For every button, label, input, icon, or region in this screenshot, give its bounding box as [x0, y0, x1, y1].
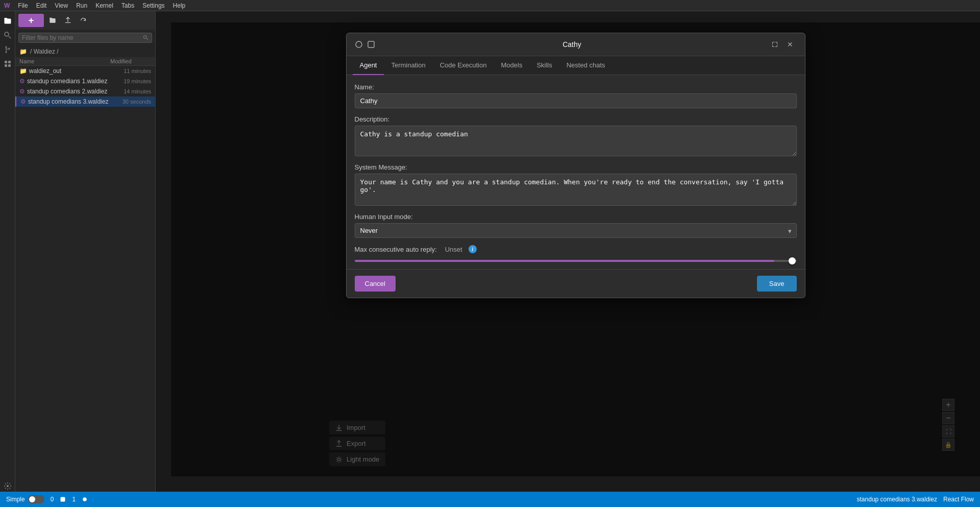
file-list-header: Name Modified	[15, 57, 155, 66]
svg-line-12	[146, 38, 148, 40]
modal-body: Name: Description: Cathy is a standup co…	[347, 75, 805, 269]
menu-file[interactable]: File	[18, 2, 28, 9]
tab-agent[interactable]: Agent	[353, 56, 384, 75]
file-name: standup comedians 1.waldiez	[27, 78, 121, 85]
breadcrumb-text: / Waldiez /	[30, 48, 59, 55]
toggle-thumb	[29, 496, 35, 502]
search-input[interactable]	[22, 34, 143, 41]
cancel-button[interactable]: Cancel	[355, 276, 396, 292]
breadcrumb: 📁 / Waldiez /	[15, 46, 155, 57]
file-modified: 19 minutes	[124, 78, 151, 84]
modal-header: Cathy ✕	[347, 33, 805, 56]
tab-code-execution[interactable]: Code Execution	[433, 56, 494, 75]
form-group-system-message: System Message: Your name is Cathy and y…	[355, 163, 797, 206]
max-reply-row: Max consecutive auto reply: Unset i	[355, 245, 797, 253]
svg-line-1	[9, 36, 11, 38]
modal-tabs: Agent Termination Code Execution Models …	[347, 56, 805, 75]
modal-header-buttons: ✕	[769, 38, 796, 51]
tab-skills[interactable]: Skills	[529, 56, 559, 75]
file-list: 📁 waldiez_out 11 minutes ⚙ standup comed…	[15, 66, 155, 492]
app-logo: W	[4, 2, 10, 9]
file-item-3[interactable]: ⚙ standup comedians 3.waldiez 30 seconds	[15, 96, 155, 107]
column-name[interactable]: Name	[19, 58, 110, 64]
status-count2: 1	[72, 496, 76, 503]
file-modified: 30 seconds	[122, 99, 151, 105]
tab-models[interactable]: Models	[494, 56, 529, 75]
waldiez-icon: ⚙	[19, 78, 25, 85]
tab-termination[interactable]: Termination	[384, 56, 432, 75]
max-reply-value: Unset	[445, 246, 462, 253]
status-bar-right: standup comedians 3.waldiez React Flow	[857, 496, 974, 503]
mode-toggle[interactable]: Simple	[6, 495, 44, 503]
file-name: standup comedians 3.waldiez	[28, 98, 120, 105]
file-modified: 11 minutes	[124, 68, 151, 74]
status-bar: Simple 0 1 standup comedians 3.waldiez R…	[0, 492, 980, 507]
refresh-button[interactable]	[77, 14, 90, 27]
waldiez-icon: ⚙	[20, 98, 26, 105]
menu-edit[interactable]: Edit	[36, 2, 47, 9]
slider-thumb[interactable]	[789, 257, 796, 264]
name-input[interactable]	[355, 93, 797, 108]
modal-title: Cathy	[562, 40, 581, 49]
file-panel: + 📁 / Waldiez / Name Modified 📁 waldiez_…	[15, 11, 156, 492]
svg-rect-9	[8, 64, 11, 67]
file-item-waldiez-out[interactable]: 📁 waldiez_out 11 minutes	[15, 66, 155, 76]
search-icon	[143, 35, 149, 41]
slider-container[interactable]	[355, 256, 797, 266]
modal-expand-button[interactable]	[769, 38, 781, 51]
agent-modal: Cathy ✕ Agent Termination Code Execution…	[346, 33, 805, 298]
human-input-select-wrapper: Never Always Terminate ▾	[355, 223, 797, 238]
modal-close-button[interactable]: ✕	[784, 38, 796, 51]
file-item-1[interactable]: ⚙ standup comedians 1.waldiez 19 minutes	[15, 76, 155, 86]
human-input-label: Human Input mode:	[355, 213, 797, 221]
sidebar-icon-settings[interactable]	[2, 480, 13, 492]
svg-rect-16	[368, 41, 374, 47]
sidebar-icon-search[interactable]	[2, 30, 13, 41]
svg-point-3	[5, 52, 7, 53]
menu-run[interactable]: Run	[76, 2, 87, 9]
svg-point-15	[356, 41, 362, 47]
waldiez-icon: ⚙	[19, 88, 25, 95]
modal-footer: Cancel Save	[347, 269, 805, 298]
file-name: standup comedians 2.waldiez	[27, 88, 121, 95]
tab-nested-chats[interactable]: Nested chats	[559, 56, 612, 75]
save-button[interactable]: Save	[757, 276, 797, 292]
status-react-flow: React Flow	[943, 496, 974, 503]
max-reply-label: Max consecutive auto reply:	[355, 246, 437, 253]
status-icon1	[60, 496, 66, 502]
form-group-description: Description: Cathy is a standup comedian	[355, 115, 797, 156]
description-label: Description:	[355, 115, 797, 123]
sidebar-icon-extensions[interactable]	[2, 58, 13, 69]
info-icon[interactable]: i	[469, 245, 477, 253]
svg-point-11	[143, 36, 146, 39]
system-message-textarea[interactable]: Your name is Cathy and you are a standup…	[355, 174, 797, 206]
svg-point-10	[7, 485, 9, 487]
open-file-button[interactable]	[46, 14, 59, 27]
mode-label: Simple	[6, 496, 25, 503]
menu-settings[interactable]: Settings	[142, 2, 164, 9]
top-menubar: W File Edit View Run Kernel Tabs Setting…	[0, 0, 980, 11]
file-item-2[interactable]: ⚙ standup comedians 2.waldiez 14 minutes	[15, 86, 155, 96]
menu-tabs[interactable]: Tabs	[121, 2, 134, 9]
menu-view[interactable]: View	[55, 2, 68, 9]
sidebar-icon-git[interactable]	[2, 44, 13, 55]
status-icon2	[82, 496, 88, 502]
new-file-button[interactable]: +	[18, 14, 44, 27]
modal-header-icon	[355, 40, 363, 49]
svg-point-2	[5, 46, 7, 48]
form-group-human-input: Human Input mode: Never Always Terminate…	[355, 213, 797, 238]
form-group-name: Name:	[355, 83, 797, 108]
description-textarea[interactable]: Cathy is a standup comedian	[355, 126, 797, 156]
svg-rect-8	[5, 64, 7, 67]
svg-rect-7	[8, 61, 11, 63]
sidebar-icon-folder[interactable]	[2, 15, 13, 27]
human-input-select[interactable]: Never Always Terminate	[355, 223, 797, 238]
svg-point-0	[5, 32, 9, 36]
menu-kernel[interactable]: Kernel	[95, 2, 113, 9]
search-box	[18, 33, 152, 43]
menu-help[interactable]: Help	[173, 2, 186, 9]
toggle-track[interactable]	[28, 495, 44, 503]
folder-icon: 📁	[19, 48, 27, 55]
file-name: waldiez_out	[29, 67, 121, 75]
upload-button[interactable]	[61, 14, 75, 27]
